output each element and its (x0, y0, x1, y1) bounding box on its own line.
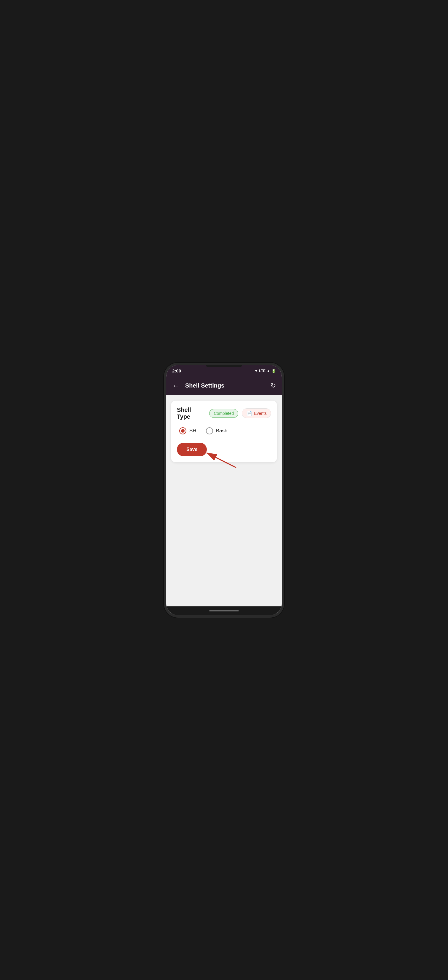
arrow-annotation (203, 447, 239, 471)
phone-frame: 2:00 ▼ LTE ▲ 🔋 ← Shell Settings ↻ Shell … (166, 365, 282, 615)
radio-bash[interactable]: Bash (206, 427, 227, 434)
completed-badge: Completed (209, 409, 238, 418)
main-content: Shell Type Completed 📄 Events SH (166, 395, 282, 606)
radio-sh-label: SH (189, 428, 197, 434)
home-indicator (209, 610, 239, 611)
events-button[interactable]: 📄 Events (242, 408, 271, 418)
radio-bash-label: Bash (216, 428, 227, 434)
top-bar: ← Shell Settings ↻ (166, 377, 282, 395)
shell-type-title: Shell Type (177, 407, 206, 420)
refresh-icon: ↻ (270, 382, 276, 389)
events-doc-icon: 📄 (246, 410, 252, 416)
page-title: Shell Settings (185, 382, 265, 389)
back-button[interactable]: ← (171, 380, 180, 391)
battery-icon: 🔋 (272, 369, 276, 373)
radio-bash-outer (206, 427, 213, 434)
save-section: Save (177, 443, 207, 457)
events-label: Events (254, 411, 267, 416)
signal-icon: ▲ (267, 369, 270, 373)
radio-sh[interactable]: SH (179, 427, 197, 434)
bottom-bar (166, 606, 282, 615)
notch (206, 365, 242, 367)
lte-label: LTE (259, 369, 265, 373)
refresh-button[interactable]: ↻ (269, 381, 277, 391)
status-time: 2:00 (172, 368, 181, 373)
radio-sh-inner (181, 429, 184, 433)
status-icons: ▼ LTE ▲ 🔋 (254, 369, 276, 373)
radio-sh-outer (179, 427, 186, 434)
shell-type-radio-group: SH Bash (177, 427, 271, 434)
save-button[interactable]: Save (177, 443, 207, 457)
settings-card: Shell Type Completed 📄 Events SH (171, 401, 277, 462)
card-header: Shell Type Completed 📄 Events (177, 407, 271, 420)
wifi-icon: ▼ (254, 369, 258, 373)
status-bar: 2:00 ▼ LTE ▲ 🔋 (166, 365, 282, 377)
svg-line-1 (207, 453, 236, 468)
back-icon: ← (172, 382, 179, 390)
